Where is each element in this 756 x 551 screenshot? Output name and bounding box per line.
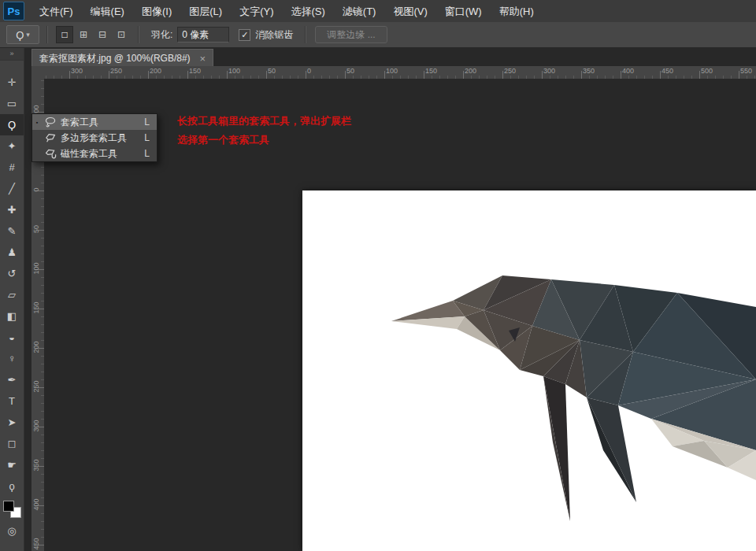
eraser-tool[interactable]: ▱ <box>0 284 24 305</box>
flyout-item-lasso[interactable]: ▪ 套索工具 L <box>32 114 157 130</box>
antialias-checkbox[interactable]: ✓ <box>239 29 250 41</box>
toolbox-collapse-button[interactable]: » <box>0 47 24 61</box>
ruler-h-label: 0 <box>307 67 311 75</box>
gradient-tool[interactable]: ◧ <box>0 305 24 327</box>
rect-marquee-tool[interactable]: ▭ <box>0 93 24 114</box>
lasso-tool[interactable]: Ϙ <box>0 114 24 135</box>
close-icon[interactable]: × <box>200 53 206 65</box>
blur-tool[interactable]: ◒ <box>0 327 24 348</box>
ruler-v-label: 0 <box>32 178 40 202</box>
refine-edge-button[interactable]: 调整边缘 ... <box>315 26 387 43</box>
menu-item[interactable]: 图像(I) <box>133 1 180 22</box>
lasso-tool-flyout: ▪ 套索工具 L 多边形套索工具 L <box>32 113 158 162</box>
ruler-corner <box>32 66 45 80</box>
menu-item[interactable]: 文字(Y) <box>231 1 282 22</box>
ruler-h-labels: 3002502001501005005010015020025030035040… <box>44 66 756 79</box>
path-select-tool[interactable]: ➤ <box>0 412 24 433</box>
flyout-item-label: 磁性套索工具 <box>61 147 141 161</box>
shape-tool[interactable]: ◻ <box>0 433 24 454</box>
flyout-item-shortcut: L <box>144 132 152 143</box>
document-tab[interactable]: 套索抠图素材.jpg @ 100%(RGB/8#) × <box>32 49 213 67</box>
ruler-h-label: 200 <box>465 67 476 75</box>
hand-tool[interactable]: ☛ <box>0 454 24 475</box>
dodge-tool[interactable]: ♀ <box>0 348 24 369</box>
brush-tool[interactable]: ✎ <box>0 220 24 242</box>
check-icon: ✓ <box>241 30 248 39</box>
ruler-h-label: 450 <box>662 67 673 75</box>
flyout-item-shortcut: L <box>144 148 152 159</box>
menu-item[interactable]: 帮助(H) <box>491 1 543 22</box>
foreground-color-swatch[interactable] <box>3 501 14 512</box>
separator <box>305 26 306 43</box>
menu-item[interactable]: 窗口(W) <box>436 1 491 22</box>
ruler-v-label: 300 <box>32 414 40 438</box>
ruler-h-label: 400 <box>622 67 634 75</box>
annotation-line1: 长按工具箱里的套索工具，弹出扩展栏 <box>177 112 351 131</box>
menu-item[interactable]: 图层(L) <box>180 1 231 22</box>
menu-item[interactable]: 编辑(E) <box>82 1 133 22</box>
clone-stamp-tool[interactable]: ♟ <box>0 242 24 263</box>
ruler-h-label: 250 <box>504 67 516 75</box>
ruler-v-label: 400 <box>32 493 40 516</box>
quick-mask-button[interactable]: ◎ <box>0 520 24 542</box>
magic-wand-tool[interactable]: ✦ <box>0 135 24 157</box>
menu-bar-items: 文件(F)编辑(E)图像(I)图层(L)文字(Y)选择(S)滤镜(T)视图(V)… <box>31 1 543 22</box>
app-logo: Ps <box>3 2 24 20</box>
lasso-icon <box>43 116 57 128</box>
move-tool[interactable]: ✛ <box>0 72 24 93</box>
menu-bar: Ps 文件(F)编辑(E)图像(I)图层(L)文字(Y)选择(S)滤镜(T)视图… <box>0 0 756 23</box>
eyedropper-tool[interactable]: ╱ <box>0 178 24 199</box>
ruler-h-label: 50 <box>268 67 276 75</box>
annotation-text: 长按工具箱里的套索工具，弹出扩展栏 选择第一个套索工具 <box>177 112 351 150</box>
ruler-h-label: 300 <box>71 67 83 75</box>
ruler-horizontal: 3002502001501005005010015020025030035040… <box>44 66 756 80</box>
new-selection-button[interactable]: □ <box>56 26 73 43</box>
flyout-item-label: 套索工具 <box>61 116 141 129</box>
healing-brush-tool[interactable]: ✚ <box>0 199 24 220</box>
ruler-h-label: 300 <box>543 67 555 75</box>
toolbox-tools: ✛▭Ϙ✦#╱✚✎♟↺▱◧◒♀✒T➤◻☛ϙ <box>0 72 24 497</box>
feather-label: 羽化: <box>151 28 172 42</box>
zoom-tool[interactable]: ϙ <box>0 475 24 497</box>
color-swatches <box>0 498 24 520</box>
menu-item[interactable]: 视图(V) <box>384 1 435 22</box>
menu-item[interactable]: 选择(S) <box>282 1 333 22</box>
annotation-line2: 选择第一个套索工具 <box>177 131 351 150</box>
feather-input[interactable]: 0 像素 <box>177 27 229 43</box>
intersect-selection-button[interactable]: ⊡ <box>113 26 130 43</box>
type-tool[interactable]: T <box>0 390 24 412</box>
ruler-v-label: 150 <box>32 296 40 320</box>
document-canvas[interactable] <box>302 190 756 551</box>
current-tool-bullet: ▪ <box>34 120 40 125</box>
toolbox: » ✛▭Ϙ✦#╱✚✎♟↺▱◧◒♀✒T➤◻☛ϙ ◎ <box>0 47 24 551</box>
antialias-label: 消除锯齿 <box>255 28 293 42</box>
ruler-h-label: 100 <box>228 67 240 75</box>
menu-item[interactable]: 滤镜(T) <box>334 1 385 22</box>
chevron-down-icon: ▾ <box>26 31 30 39</box>
document-tab-title: 套索抠图素材.jpg @ 100%(RGB/8#) <box>39 52 191 65</box>
history-brush-tool[interactable]: ↺ <box>0 263 24 284</box>
add-selection-button[interactable]: ⊞ <box>75 26 92 43</box>
tool-preset-dropdown[interactable]: Ϙ ▾ <box>6 25 39 44</box>
flyout-item-shortcut: L <box>144 116 152 128</box>
dolphin-low-poly-image <box>302 190 756 551</box>
flyout-item-polygon-lasso[interactable]: 多边形套索工具 L <box>32 130 157 146</box>
flyout-item-magnetic-lasso[interactable]: 磁性套索工具 L <box>32 146 157 161</box>
ruler-h-label: 350 <box>583 67 595 75</box>
pen-tool[interactable]: ✒ <box>0 369 24 390</box>
separator <box>46 26 48 43</box>
ruler-v-label: 350 <box>32 453 40 477</box>
menu-item[interactable]: 文件(F) <box>31 1 82 22</box>
separator <box>138 26 139 43</box>
ruler-h-label: 150 <box>425 67 437 75</box>
ruler-v-label: 450 <box>32 532 40 551</box>
ruler-v-label: 250 <box>32 375 40 398</box>
subtract-selection-button[interactable]: ⊟ <box>94 26 111 43</box>
photoshop-window: Ps 文件(F)编辑(E)图像(I)图层(L)文字(Y)选择(S)滤镜(T)视图… <box>0 0 756 551</box>
crop-tool[interactable]: # <box>0 157 24 178</box>
ruler-h-label: 250 <box>110 67 122 75</box>
ruler-h-label: 50 <box>346 67 354 75</box>
ruler-h-label: 200 <box>150 67 161 75</box>
magnetic-lasso-icon <box>43 147 57 160</box>
ruler-h-label: 550 <box>740 67 752 75</box>
